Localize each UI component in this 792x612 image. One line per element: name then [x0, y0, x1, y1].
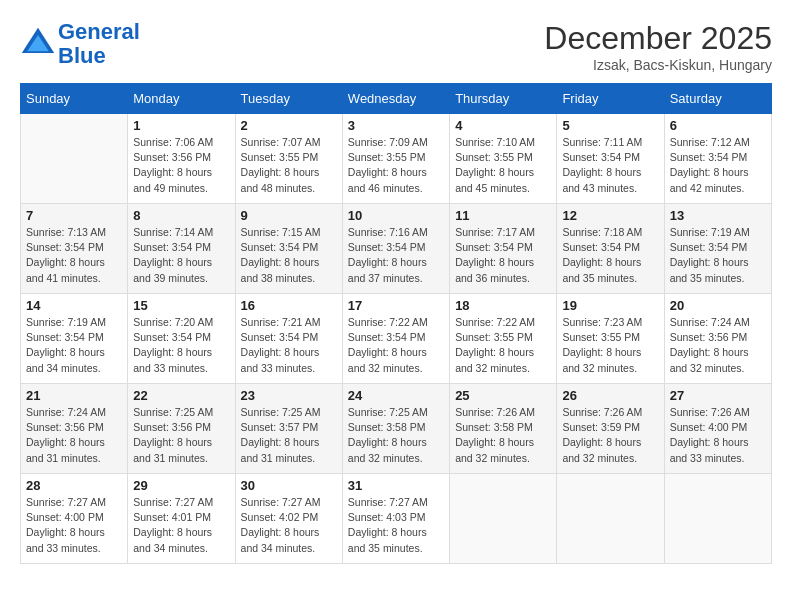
- logo-icon: [20, 26, 56, 62]
- day-info: Sunrise: 7:16 AM Sunset: 3:54 PM Dayligh…: [348, 225, 444, 286]
- day-info: Sunrise: 7:21 AM Sunset: 3:54 PM Dayligh…: [241, 315, 337, 376]
- weekday-header-thursday: Thursday: [450, 84, 557, 114]
- day-info: Sunrise: 7:06 AM Sunset: 3:56 PM Dayligh…: [133, 135, 229, 196]
- calendar-cell: 30Sunrise: 7:27 AM Sunset: 4:02 PM Dayli…: [235, 474, 342, 564]
- day-info: Sunrise: 7:24 AM Sunset: 3:56 PM Dayligh…: [670, 315, 766, 376]
- day-number: 30: [241, 478, 337, 493]
- day-info: Sunrise: 7:13 AM Sunset: 3:54 PM Dayligh…: [26, 225, 122, 286]
- calendar-cell: 3Sunrise: 7:09 AM Sunset: 3:55 PM Daylig…: [342, 114, 449, 204]
- day-info: Sunrise: 7:15 AM Sunset: 3:54 PM Dayligh…: [241, 225, 337, 286]
- calendar-cell: 14Sunrise: 7:19 AM Sunset: 3:54 PM Dayli…: [21, 294, 128, 384]
- day-number: 25: [455, 388, 551, 403]
- calendar-cell: 1Sunrise: 7:06 AM Sunset: 3:56 PM Daylig…: [128, 114, 235, 204]
- day-info: Sunrise: 7:24 AM Sunset: 3:56 PM Dayligh…: [26, 405, 122, 466]
- day-info: Sunrise: 7:19 AM Sunset: 3:54 PM Dayligh…: [26, 315, 122, 376]
- day-info: Sunrise: 7:14 AM Sunset: 3:54 PM Dayligh…: [133, 225, 229, 286]
- day-info: Sunrise: 7:19 AM Sunset: 3:54 PM Dayligh…: [670, 225, 766, 286]
- day-info: Sunrise: 7:27 AM Sunset: 4:03 PM Dayligh…: [348, 495, 444, 556]
- weekday-header-tuesday: Tuesday: [235, 84, 342, 114]
- day-number: 19: [562, 298, 658, 313]
- day-info: Sunrise: 7:23 AM Sunset: 3:55 PM Dayligh…: [562, 315, 658, 376]
- day-number: 9: [241, 208, 337, 223]
- page-header: General Blue December 2025 Izsak, Bacs-K…: [20, 20, 772, 73]
- day-info: Sunrise: 7:07 AM Sunset: 3:55 PM Dayligh…: [241, 135, 337, 196]
- weekday-header-row: SundayMondayTuesdayWednesdayThursdayFrid…: [21, 84, 772, 114]
- calendar-cell: 11Sunrise: 7:17 AM Sunset: 3:54 PM Dayli…: [450, 204, 557, 294]
- day-number: 2: [241, 118, 337, 133]
- weekday-header-monday: Monday: [128, 84, 235, 114]
- calendar-cell: 12Sunrise: 7:18 AM Sunset: 3:54 PM Dayli…: [557, 204, 664, 294]
- weekday-header-saturday: Saturday: [664, 84, 771, 114]
- calendar-table: SundayMondayTuesdayWednesdayThursdayFrid…: [20, 83, 772, 564]
- calendar-cell: 10Sunrise: 7:16 AM Sunset: 3:54 PM Dayli…: [342, 204, 449, 294]
- day-info: Sunrise: 7:27 AM Sunset: 4:02 PM Dayligh…: [241, 495, 337, 556]
- calendar-cell: 8Sunrise: 7:14 AM Sunset: 3:54 PM Daylig…: [128, 204, 235, 294]
- calendar-cell: 23Sunrise: 7:25 AM Sunset: 3:57 PM Dayli…: [235, 384, 342, 474]
- calendar-cell: 17Sunrise: 7:22 AM Sunset: 3:54 PM Dayli…: [342, 294, 449, 384]
- day-number: 26: [562, 388, 658, 403]
- day-number: 21: [26, 388, 122, 403]
- location: Izsak, Bacs-Kiskun, Hungary: [544, 57, 772, 73]
- day-number: 4: [455, 118, 551, 133]
- calendar-cell: 26Sunrise: 7:26 AM Sunset: 3:59 PM Dayli…: [557, 384, 664, 474]
- day-number: 7: [26, 208, 122, 223]
- day-info: Sunrise: 7:25 AM Sunset: 3:58 PM Dayligh…: [348, 405, 444, 466]
- calendar-cell: 6Sunrise: 7:12 AM Sunset: 3:54 PM Daylig…: [664, 114, 771, 204]
- calendar-cell: 9Sunrise: 7:15 AM Sunset: 3:54 PM Daylig…: [235, 204, 342, 294]
- day-number: 23: [241, 388, 337, 403]
- calendar-cell: 25Sunrise: 7:26 AM Sunset: 3:58 PM Dayli…: [450, 384, 557, 474]
- day-info: Sunrise: 7:11 AM Sunset: 3:54 PM Dayligh…: [562, 135, 658, 196]
- day-number: 13: [670, 208, 766, 223]
- day-number: 22: [133, 388, 229, 403]
- calendar-cell: [664, 474, 771, 564]
- logo-text: General Blue: [58, 20, 140, 68]
- day-info: Sunrise: 7:12 AM Sunset: 3:54 PM Dayligh…: [670, 135, 766, 196]
- day-info: Sunrise: 7:10 AM Sunset: 3:55 PM Dayligh…: [455, 135, 551, 196]
- calendar-week-row: 28Sunrise: 7:27 AM Sunset: 4:00 PM Dayli…: [21, 474, 772, 564]
- day-info: Sunrise: 7:27 AM Sunset: 4:00 PM Dayligh…: [26, 495, 122, 556]
- day-number: 8: [133, 208, 229, 223]
- day-number: 15: [133, 298, 229, 313]
- weekday-header-friday: Friday: [557, 84, 664, 114]
- calendar-cell: [21, 114, 128, 204]
- day-info: Sunrise: 7:25 AM Sunset: 3:56 PM Dayligh…: [133, 405, 229, 466]
- day-number: 17: [348, 298, 444, 313]
- day-info: Sunrise: 7:09 AM Sunset: 3:55 PM Dayligh…: [348, 135, 444, 196]
- calendar-cell: 16Sunrise: 7:21 AM Sunset: 3:54 PM Dayli…: [235, 294, 342, 384]
- day-number: 6: [670, 118, 766, 133]
- calendar-cell: 4Sunrise: 7:10 AM Sunset: 3:55 PM Daylig…: [450, 114, 557, 204]
- calendar-week-row: 21Sunrise: 7:24 AM Sunset: 3:56 PM Dayli…: [21, 384, 772, 474]
- calendar-cell: [450, 474, 557, 564]
- day-number: 24: [348, 388, 444, 403]
- month-title: December 2025: [544, 20, 772, 57]
- calendar-cell: [557, 474, 664, 564]
- day-info: Sunrise: 7:22 AM Sunset: 3:55 PM Dayligh…: [455, 315, 551, 376]
- day-info: Sunrise: 7:26 AM Sunset: 3:58 PM Dayligh…: [455, 405, 551, 466]
- day-info: Sunrise: 7:17 AM Sunset: 3:54 PM Dayligh…: [455, 225, 551, 286]
- day-number: 16: [241, 298, 337, 313]
- calendar-cell: 20Sunrise: 7:24 AM Sunset: 3:56 PM Dayli…: [664, 294, 771, 384]
- day-number: 18: [455, 298, 551, 313]
- calendar-cell: 5Sunrise: 7:11 AM Sunset: 3:54 PM Daylig…: [557, 114, 664, 204]
- calendar-cell: 19Sunrise: 7:23 AM Sunset: 3:55 PM Dayli…: [557, 294, 664, 384]
- day-number: 28: [26, 478, 122, 493]
- day-number: 20: [670, 298, 766, 313]
- day-info: Sunrise: 7:20 AM Sunset: 3:54 PM Dayligh…: [133, 315, 229, 376]
- calendar-cell: 21Sunrise: 7:24 AM Sunset: 3:56 PM Dayli…: [21, 384, 128, 474]
- day-number: 27: [670, 388, 766, 403]
- calendar-week-row: 7Sunrise: 7:13 AM Sunset: 3:54 PM Daylig…: [21, 204, 772, 294]
- day-number: 10: [348, 208, 444, 223]
- day-info: Sunrise: 7:27 AM Sunset: 4:01 PM Dayligh…: [133, 495, 229, 556]
- weekday-header-wednesday: Wednesday: [342, 84, 449, 114]
- calendar-cell: 31Sunrise: 7:27 AM Sunset: 4:03 PM Dayli…: [342, 474, 449, 564]
- calendar-cell: 15Sunrise: 7:20 AM Sunset: 3:54 PM Dayli…: [128, 294, 235, 384]
- calendar-cell: 13Sunrise: 7:19 AM Sunset: 3:54 PM Dayli…: [664, 204, 771, 294]
- calendar-cell: 18Sunrise: 7:22 AM Sunset: 3:55 PM Dayli…: [450, 294, 557, 384]
- day-info: Sunrise: 7:22 AM Sunset: 3:54 PM Dayligh…: [348, 315, 444, 376]
- calendar-cell: 22Sunrise: 7:25 AM Sunset: 3:56 PM Dayli…: [128, 384, 235, 474]
- title-block: December 2025 Izsak, Bacs-Kiskun, Hungar…: [544, 20, 772, 73]
- day-info: Sunrise: 7:26 AM Sunset: 3:59 PM Dayligh…: [562, 405, 658, 466]
- calendar-cell: 27Sunrise: 7:26 AM Sunset: 4:00 PM Dayli…: [664, 384, 771, 474]
- day-info: Sunrise: 7:18 AM Sunset: 3:54 PM Dayligh…: [562, 225, 658, 286]
- calendar-cell: 29Sunrise: 7:27 AM Sunset: 4:01 PM Dayli…: [128, 474, 235, 564]
